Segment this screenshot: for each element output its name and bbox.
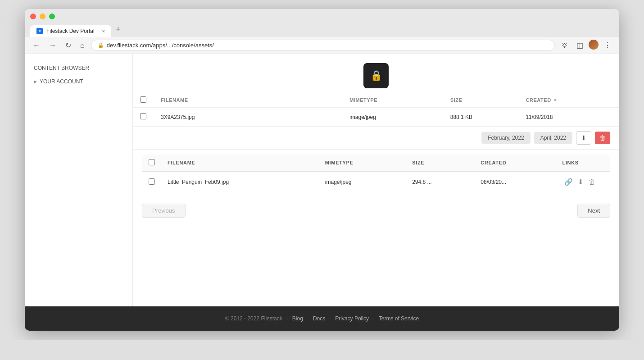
previous-button[interactable]: Previous — [142, 204, 186, 218]
reload-button[interactable]: ↻ — [63, 40, 74, 50]
top-table: FILENAME MIMETYPE SIZE CREATED ▼ — [133, 93, 619, 127]
bottom-table: FILENAME MIMETYPE SIZE CREATED LINKS — [142, 154, 610, 193]
top-table-mimetype-cell: image/jpeg — [342, 108, 443, 127]
top-table-check-header — [133, 93, 154, 108]
footer-sep-2: · — [307, 315, 308, 322]
bottom-row-size: 294.8 ... — [406, 171, 474, 193]
download-icon: ⬇ — [578, 178, 584, 186]
footer-copyright: © 2012 - 2022 Filestack — [225, 315, 282, 322]
tab-close-button[interactable]: × — [102, 28, 105, 34]
filter-date2-button[interactable]: April, 2022 — [534, 132, 572, 144]
bottom-row-mimetype: image/jpeg — [319, 171, 406, 193]
your-account-arrow-icon: ▶ — [34, 79, 37, 84]
toolbar-right-icons: ⛭ ◫ ⋮ — [558, 40, 614, 51]
bottom-table-links-header: LINKS — [556, 155, 610, 172]
bottom-table-mimetype-header: MIMETYPE — [319, 155, 406, 172]
browser-toolbar: ← → ↻ ⌂ 🔒 dev.filestack.com/apps/.../con… — [25, 37, 619, 54]
bottom-table-created-header: CREATED — [474, 155, 556, 172]
bottom-row-filename: Little_Penguin_Feb09.jpg — [161, 171, 319, 193]
main-content: 🔒 FILENAME MIMETYPE SIZE CR — [133, 54, 619, 306]
filter-date1-button[interactable]: February, 2022 — [481, 132, 531, 144]
row-checkbox[interactable] — [149, 178, 155, 185]
bulk-download-button[interactable]: ⬇ — [576, 131, 591, 145]
split-view-button[interactable]: ◫ — [574, 40, 586, 51]
page-content: CONTENT BROWSER ▶ YOUR ACCOUNT 🔒 — [25, 54, 619, 306]
bottom-table-container: FILENAME MIMETYPE SIZE CREATED LINKS — [133, 150, 619, 197]
lock-icon: 🔒 — [370, 70, 382, 82]
top-table-row-check — [133, 108, 154, 127]
sidebar-item-your-account[interactable]: ▶ YOUR ACCOUNT — [25, 75, 132, 88]
page-footer: © 2012 - 2022 Filestack · Blog · Docs · … — [25, 306, 619, 331]
lock-icon-box: 🔒 — [363, 63, 389, 88]
extensions-button[interactable]: ⛭ — [558, 40, 571, 51]
top-table-mimetype-header: MIMETYPE — [342, 93, 443, 108]
footer-sep-1: · — [286, 315, 288, 322]
sidebar-item-content-browser[interactable]: CONTENT BROWSER — [25, 61, 132, 75]
bottom-row-created: 08/03/20... — [474, 171, 556, 193]
pagination-row: Previous Next — [133, 197, 619, 224]
bottom-table-filename-header: FILENAME — [161, 155, 319, 172]
table-row: Little_Penguin_Feb09.jpg image/jpeg 294.… — [142, 171, 610, 193]
bulk-delete-button[interactable]: 🗑 — [595, 132, 610, 144]
sort-arrow-icon: ▼ — [553, 98, 558, 103]
traffic-light-yellow[interactable] — [40, 14, 45, 19]
top-table-filename-header: FILENAME — [154, 93, 342, 108]
back-button[interactable]: ← — [30, 41, 43, 50]
delete-icon: 🗑 — [599, 134, 606, 141]
top-table-size-cell: 888.1 KB — [443, 108, 519, 127]
next-button[interactable]: Next — [577, 204, 610, 218]
your-account-label: YOUR ACCOUNT — [40, 78, 83, 85]
bottom-table-select-all[interactable] — [149, 159, 155, 165]
footer-privacy-link[interactable]: Privacy Policy — [335, 315, 369, 322]
browser-tab[interactable]: F Filestack Dev Portal × — [30, 25, 111, 37]
traffic-light-red[interactable] — [30, 14, 36, 19]
footer-blog-link[interactable]: Blog — [292, 315, 303, 322]
new-tab-button[interactable]: + — [111, 23, 125, 36]
forward-button[interactable]: → — [46, 41, 59, 50]
top-table-filename-cell: 3X9A2375.jpg — [154, 108, 342, 127]
lock-icon-area: 🔒 — [133, 54, 619, 93]
row-checkbox[interactable] — [140, 113, 146, 119]
top-table-select-all[interactable] — [140, 96, 146, 103]
bottom-table-check-header — [142, 155, 162, 172]
row-delete-button[interactable]: 🗑 — [587, 177, 597, 187]
traffic-light-green[interactable] — [49, 14, 55, 19]
address-lock-icon: 🔒 — [98, 42, 104, 48]
filter-row: February, 2022 April, 2022 ⬇ 🗑 — [133, 127, 619, 150]
address-bar[interactable]: 🔒 dev.filestack.com/apps/.../console/ass… — [91, 40, 555, 51]
home-button[interactable]: ⌂ — [77, 41, 87, 50]
delete-icon: 🗑 — [589, 178, 595, 186]
menu-button[interactable]: ⋮ — [601, 40, 614, 51]
top-table-size-header: SIZE — [443, 93, 519, 108]
address-url: dev.filestack.com/apps/.../console/asset… — [107, 42, 214, 49]
top-table-created-cell: 11/09/2018 — [518, 108, 619, 127]
table-row: 3X9A2375.jpg image/jpeg 888.1 KB 11/09/2… — [133, 108, 619, 127]
footer-sep-3: · — [330, 315, 331, 322]
user-avatar[interactable] — [589, 40, 599, 50]
link-icon: 🔗 — [564, 178, 573, 186]
footer-terms-link[interactable]: Terms of Service — [379, 315, 419, 322]
tab-label: Filestack Dev Portal — [46, 28, 95, 34]
bottom-row-links: 🔗 ⬇ 🗑 — [556, 171, 610, 193]
bottom-row-check — [142, 171, 162, 193]
download-icon: ⬇ — [581, 134, 586, 141]
top-table-created-header[interactable]: CREATED ▼ — [518, 93, 619, 108]
footer-docs-link[interactable]: Docs — [313, 315, 325, 322]
row-link-button[interactable]: 🔗 — [562, 177, 575, 187]
sidebar: CONTENT BROWSER ▶ YOUR ACCOUNT — [25, 54, 133, 306]
row-download-button[interactable]: ⬇ — [576, 177, 585, 187]
bottom-table-size-header: SIZE — [406, 155, 474, 172]
footer-sep-4: · — [373, 315, 374, 322]
tab-favicon: F — [36, 28, 43, 34]
content-browser-label: CONTENT BROWSER — [34, 65, 89, 71]
